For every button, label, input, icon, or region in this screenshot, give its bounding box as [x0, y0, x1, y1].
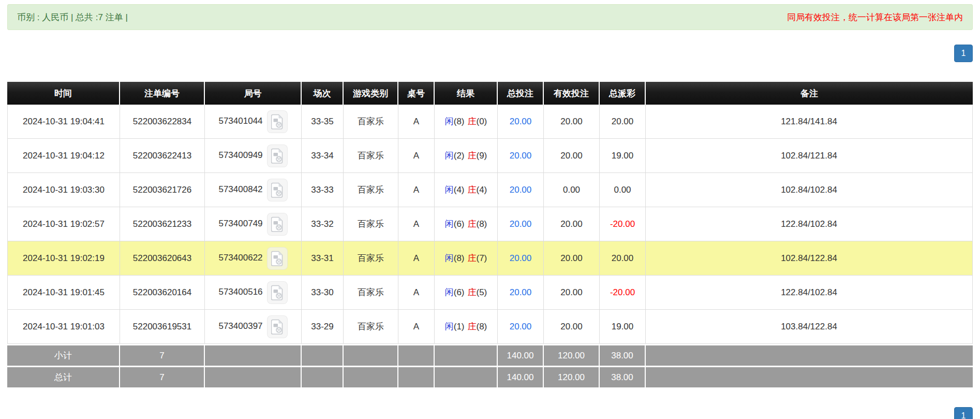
cell-remark: 102.84/122.84: [646, 241, 973, 276]
result-player-label: 闲: [445, 287, 454, 297]
total-bet-link[interactable]: 20.00: [510, 185, 532, 195]
video-replay-button[interactable]: [267, 145, 288, 167]
video-replay-button[interactable]: [267, 247, 288, 270]
subtotal-count: 7: [120, 344, 205, 366]
cell-remark: 121.84/141.84: [646, 105, 973, 139]
header-payout: 总派彩: [600, 82, 646, 105]
page-button-1[interactable]: 1: [954, 45, 973, 62]
header-time: 时间: [7, 82, 120, 105]
result-banker-score: (8): [477, 219, 487, 229]
cell-payout: 0.00: [600, 173, 646, 207]
cell-time: 2024-10-31 19:01:03: [7, 310, 120, 344]
video-replay-button[interactable]: [267, 281, 288, 304]
cell-result: 闲(6)庄(5): [435, 276, 498, 310]
cell-time: 2024-10-31 19:02:57: [7, 207, 120, 241]
cell-total-bet: 20.00: [498, 139, 544, 173]
result-banker-label: 庄: [468, 253, 477, 263]
cell-result: 闲(2)庄(9): [435, 139, 498, 173]
cell-bet-id: 522003620164: [120, 276, 205, 310]
round-number: 573400516: [218, 287, 262, 297]
total-bet-link[interactable]: 20.00: [510, 322, 532, 331]
total-bet-link[interactable]: 20.00: [510, 117, 532, 126]
total-bet-link[interactable]: 20.00: [510, 287, 532, 297]
table-header-row: 时间 注单编号 局号 场次 游戏类别 桌号 结果 总投注 有效投注 总派彩 备注: [7, 82, 973, 105]
cell-result: 闲(8)庄(7): [435, 241, 498, 276]
cell-time: 2024-10-31 19:04:12: [7, 139, 120, 173]
result-player-label: 闲: [445, 151, 454, 161]
result-banker-label: 庄: [468, 219, 477, 229]
result-banker-label: 庄: [468, 287, 477, 297]
cell-time: 2024-10-31 19:04:41: [7, 105, 120, 139]
cell-round: 573400622: [205, 241, 302, 276]
cell-valid-bet: 20.00: [544, 310, 600, 344]
page-button-1-bottom[interactable]: 1: [954, 407, 973, 419]
header-total-bet: 总投注: [498, 82, 544, 105]
result-player-score: (2): [454, 151, 465, 161]
result-banker-score: (7): [477, 253, 487, 263]
header-result: 结果: [435, 82, 498, 105]
table-row: 2024-10-31 19:01:03 522003619531 5734003…: [7, 310, 973, 344]
result-banker-score: (4): [477, 185, 487, 195]
result-player-label: 闲: [445, 117, 454, 126]
cell-valid-bet: 20.00: [544, 139, 600, 173]
video-replay-button[interactable]: [267, 213, 288, 236]
cell-bet-id: 522003620643: [120, 241, 205, 276]
result-player-score: (4): [454, 185, 465, 195]
cell-total-bet: 20.00: [498, 207, 544, 241]
cell-remark: 122.84/102.84: [646, 207, 973, 241]
header-session: 场次: [302, 82, 344, 105]
pagination-bottom: 1: [7, 407, 973, 419]
table-body: 2024-10-31 19:04:41 522003622834 5734010…: [7, 105, 973, 344]
cell-game-type: 百家乐: [344, 173, 398, 207]
cell-session: 33-30: [302, 276, 344, 310]
subtotal-valid-bet: 120.00: [544, 344, 600, 366]
cell-round: 573400516: [205, 276, 302, 310]
cell-remark: 102.84/102.84: [646, 173, 973, 207]
total-total-bet: 140.00: [498, 366, 544, 387]
cell-bet-id: 522003619531: [120, 310, 205, 344]
table-row: 2024-10-31 19:02:57 522003621233 5734007…: [7, 207, 973, 241]
film-document-icon: [271, 319, 284, 335]
video-replay-button[interactable]: [267, 110, 288, 133]
header-game-type: 游戏类别: [344, 82, 398, 105]
total-bet-link[interactable]: 20.00: [510, 219, 532, 229]
video-replay-button[interactable]: [267, 179, 288, 201]
bet-records-table: 时间 注单编号 局号 场次 游戏类别 桌号 结果 总投注 有效投注 总派彩 备注…: [7, 82, 973, 387]
subtotal-payout: 38.00: [600, 344, 646, 366]
subtotal-total-bet: 140.00: [498, 344, 544, 366]
cell-result: 闲(1)庄(8): [435, 310, 498, 344]
cell-game-type: 百家乐: [344, 105, 398, 139]
cell-payout: -20.00: [600, 207, 646, 241]
header-remark: 备注: [646, 82, 973, 105]
cell-game-type: 百家乐: [344, 139, 398, 173]
result-player-score: (8): [454, 117, 465, 126]
round-number: 573401044: [218, 116, 262, 126]
video-replay-button[interactable]: [267, 315, 288, 338]
cell-table-no: A: [398, 310, 435, 344]
round-number: 573400397: [218, 321, 262, 331]
film-document-icon: [271, 285, 284, 300]
total-label: 总计: [7, 366, 120, 387]
cell-payout: 19.00: [600, 139, 646, 173]
cell-game-type: 百家乐: [344, 276, 398, 310]
total-bet-link[interactable]: 20.00: [510, 253, 532, 263]
round-number: 573400622: [218, 253, 262, 263]
result-banker-label: 庄: [468, 185, 477, 195]
film-document-icon: [271, 148, 284, 164]
cell-payout: 19.00: [600, 310, 646, 344]
cell-time: 2024-10-31 19:03:30: [7, 173, 120, 207]
total-bet-link[interactable]: 20.00: [510, 151, 532, 161]
table-row: 2024-10-31 19:04:12 522003622413 5734009…: [7, 139, 973, 173]
result-player-score: (6): [454, 219, 465, 229]
round-number: 573400842: [218, 184, 262, 194]
cell-session: 33-33: [302, 173, 344, 207]
cell-remark: 102.84/121.84: [646, 139, 973, 173]
cell-total-bet: 20.00: [498, 105, 544, 139]
result-player-label: 闲: [445, 322, 454, 331]
cell-valid-bet: 0.00: [544, 173, 600, 207]
result-player-label: 闲: [445, 219, 454, 229]
summary-text: 币别 : 人民币 | 总共 :7 注单 |: [17, 11, 128, 23]
cell-total-bet: 20.00: [498, 276, 544, 310]
cell-total-bet: 20.00: [498, 173, 544, 207]
notice-text: 同局有效投注，统一计算在该局第一张注单内: [787, 11, 963, 23]
